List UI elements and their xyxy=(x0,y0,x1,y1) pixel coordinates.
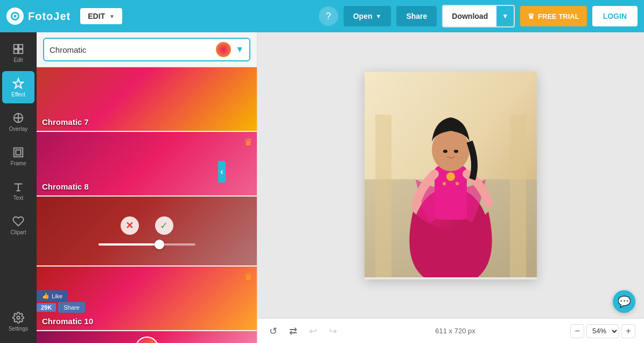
effect-buttons: ✕ ✓ xyxy=(121,216,173,235)
crown-icon: ♛ xyxy=(528,12,535,20)
topbar: FotoJet EDIT ▼ ? Open ▼ Share Download ▼… xyxy=(0,0,644,32)
canvas-main[interactable] xyxy=(257,32,644,318)
svg-rect-8 xyxy=(14,148,23,157)
flip-button[interactable]: ⇄ xyxy=(286,323,300,339)
zoom-select[interactable]: 54% xyxy=(586,324,619,338)
bottom-toolbar: ↺ ⇄ ↩ ↪ 611 x 720 px − 54% xyxy=(257,318,644,343)
main-area: Edit Effect Overlay Frame xyxy=(0,32,644,343)
zoom-out-icon: − xyxy=(575,326,579,336)
svg-rect-13 xyxy=(375,115,391,277)
chevron-down-icon: ▼ xyxy=(109,13,115,19)
slider-thumb[interactable] xyxy=(155,240,164,249)
sidebar-item-frame[interactable]: Frame xyxy=(2,140,34,172)
svg-point-20 xyxy=(446,172,455,181)
download-arrow-button[interactable]: ▼ xyxy=(496,6,514,26)
redo-button[interactable]: ↪ xyxy=(326,323,340,339)
zoom-in-button[interactable]: + xyxy=(621,324,635,338)
zoom-in-icon: + xyxy=(626,326,631,336)
svg-point-18 xyxy=(443,150,447,153)
canvas-size-label: 611 x 720 px xyxy=(435,327,475,335)
effect-label: Chromatic 10 xyxy=(42,317,93,326)
svg-point-19 xyxy=(454,150,458,153)
effect-intensity-slider[interactable] xyxy=(99,243,195,246)
fb-widget: 👍 Like 29K Share xyxy=(37,290,85,313)
fb-like-button[interactable]: 👍 Like xyxy=(37,290,68,302)
undo-icon: ↩ xyxy=(309,325,317,337)
sidebar-item-overlay[interactable]: Overlay xyxy=(2,106,34,138)
download-button[interactable]: Download xyxy=(443,6,496,26)
sidebar-item-text[interactable]: Text xyxy=(2,174,34,207)
effect-item-chromatic9[interactable]: ✕ ✓ xyxy=(37,197,257,267)
chat-bubble-button[interactable]: 💬 xyxy=(613,290,635,313)
crown-icon: ♛ xyxy=(244,136,253,148)
edit-mode-label: EDIT xyxy=(88,12,105,20)
sidebar-item-settings[interactable]: Settings xyxy=(2,305,34,338)
fb-count: 29K xyxy=(37,303,56,312)
sidebar-bottom: Settings xyxy=(2,305,34,343)
flip-icon: ⇄ xyxy=(289,325,297,337)
toolbar-left: ↺ ⇄ ↩ ↪ xyxy=(266,323,340,339)
svg-rect-3 xyxy=(14,44,18,48)
effect-label: Chromatic 8 xyxy=(42,182,89,191)
download-group: Download ▼ xyxy=(442,5,515,27)
effect-item-chromatic7[interactable]: Chromatic 7 xyxy=(37,67,257,132)
zoom-out-button[interactable]: − xyxy=(570,324,584,338)
sidebar-item-edit[interactable]: Edit xyxy=(2,37,34,69)
filter-name: Chromatic xyxy=(50,45,212,54)
canvas-container xyxy=(365,72,537,279)
svg-rect-6 xyxy=(19,49,23,53)
reset-icon: ↺ xyxy=(269,325,277,337)
canvas-image xyxy=(365,72,537,277)
svg-rect-4 xyxy=(19,44,23,48)
logo-text: FotoJet xyxy=(28,10,71,23)
svg-rect-14 xyxy=(510,115,526,277)
slider-fill xyxy=(99,243,162,246)
logo-icon xyxy=(6,8,24,25)
chevron-down-icon: ▼ xyxy=(235,45,244,54)
open-button[interactable]: Open ▼ xyxy=(344,6,391,26)
svg-point-21 xyxy=(443,182,446,185)
effect-item-chromatic11[interactable] xyxy=(37,331,257,343)
filter-thumbnail xyxy=(216,42,231,57)
reset-button[interactable]: ↺ xyxy=(266,323,281,339)
filter-selector[interactable]: Chromatic ▼ xyxy=(43,38,250,61)
undo-button[interactable]: ↩ xyxy=(306,323,320,339)
login-button[interactable]: LOGIN xyxy=(592,6,638,26)
svg-point-22 xyxy=(456,182,459,185)
redo-icon: ↪ xyxy=(329,325,337,337)
hint-icon[interactable]: ? xyxy=(319,6,338,26)
crown-icon: ♛ xyxy=(244,271,253,283)
effect-cancel-button[interactable]: ✕ xyxy=(121,216,139,235)
sidebar-item-effect[interactable]: Effect xyxy=(2,71,34,103)
icon-sidebar: Edit Effect Overlay Frame xyxy=(0,32,37,343)
effect-confirm-button[interactable]: ✓ xyxy=(155,216,173,235)
canvas-area: ↺ ⇄ ↩ ↪ 611 x 720 px − 54% xyxy=(257,32,644,343)
logo: FotoJet xyxy=(6,8,71,25)
svg-rect-5 xyxy=(14,49,18,53)
panel-header: Chromatic ▼ xyxy=(37,32,257,67)
chevron-down-icon: ▼ xyxy=(376,13,382,19)
effect-label: Chromatic 7 xyxy=(42,117,89,127)
effect-controls: ✕ ✓ xyxy=(37,197,257,265)
svg-point-2 xyxy=(14,15,17,18)
edit-dropdown[interactable]: EDIT ▼ xyxy=(80,8,122,24)
sidebar-item-clipart[interactable]: Clipart xyxy=(2,209,34,241)
fb-share-button[interactable]: Share xyxy=(58,302,85,313)
panel-collapse-button[interactable] xyxy=(218,161,226,183)
share-button[interactable]: Share xyxy=(396,6,437,26)
svg-point-10 xyxy=(17,316,20,319)
zoom-controls: − 54% + xyxy=(570,324,635,338)
freetrial-button[interactable]: ♛ FREE TRIAL xyxy=(520,6,587,26)
svg-rect-9 xyxy=(16,150,20,155)
